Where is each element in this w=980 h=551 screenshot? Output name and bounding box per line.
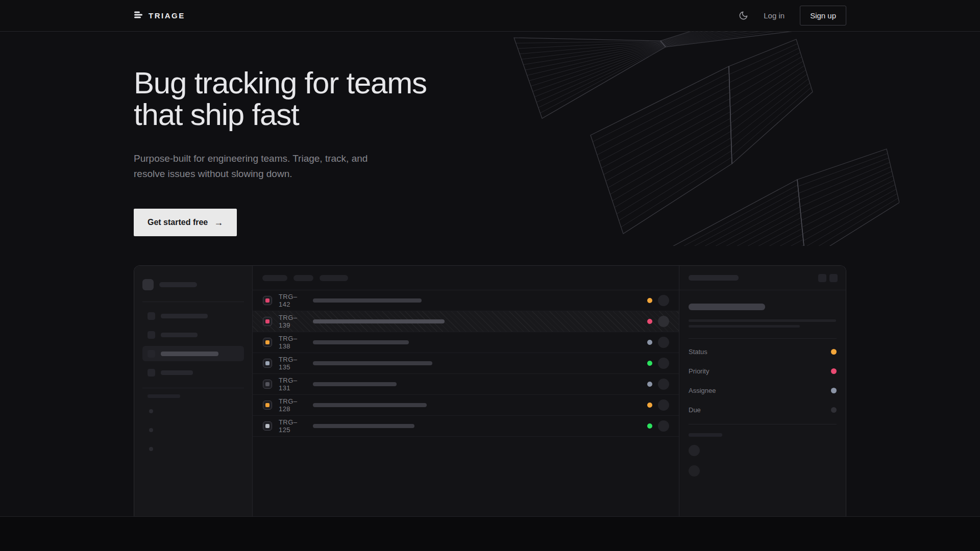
- issue-row: TRG–139: [253, 311, 679, 332]
- brand-logo[interactable]: TRIAGE: [134, 10, 185, 21]
- issue-type-icon: [263, 338, 272, 347]
- sidebar-item-icon: [148, 350, 155, 358]
- skeleton-bar: [161, 352, 218, 356]
- hero-section: Bug tracking for teams that ship fast Pu…: [0, 32, 980, 517]
- issue-row: TRG–131: [253, 374, 679, 395]
- issue-row: TRG–128: [253, 395, 679, 416]
- skeleton-bar: [313, 319, 445, 323]
- skeleton-line: [689, 319, 836, 322]
- skeleton-bar: [148, 394, 180, 398]
- skeleton-bar: [313, 298, 422, 303]
- assignee-avatar: [658, 295, 669, 306]
- detail-field-dot: [831, 407, 837, 413]
- status-dot: [647, 403, 652, 408]
- sidebar-item: [142, 327, 244, 342]
- triage-logo-icon: [134, 10, 143, 21]
- panel-action-square: [829, 274, 838, 282]
- sidebar-item: [142, 308, 244, 323]
- skeleton-bar: [313, 382, 397, 386]
- sidebar-item-icon: [148, 312, 155, 320]
- sidebar-item: [142, 365, 244, 380]
- get-started-button[interactable]: Get started free →: [134, 209, 237, 236]
- assignee-avatar: [658, 358, 669, 369]
- sidebar-item-icon: [148, 331, 155, 339]
- divider: [689, 424, 837, 424]
- detail-field-label: Due: [689, 406, 701, 414]
- issue-id: TRG–142: [279, 293, 306, 308]
- skeleton-bar: [689, 433, 722, 437]
- assignee-avatar: [658, 316, 669, 327]
- status-dot: [647, 319, 652, 324]
- top-nav: TRIAGE Log in Sign up: [0, 0, 980, 32]
- skeleton-bar: [159, 282, 197, 287]
- skeleton-bar: [313, 403, 427, 407]
- detail-field-label: Priority: [689, 367, 709, 375]
- issue-type-icon: [263, 380, 272, 389]
- sidebar-dot: [149, 428, 153, 432]
- issue-type-icon: [263, 421, 272, 431]
- page-title: Bug tracking for teams that ship fast: [134, 67, 846, 131]
- skeleton-bar: [689, 275, 739, 281]
- skeleton-bar: [313, 361, 432, 365]
- sidebar-item-active: [142, 346, 244, 361]
- status-dot: [647, 382, 652, 387]
- panel-action-square: [818, 274, 826, 282]
- status-dot: [647, 298, 652, 303]
- issue-type-icon: [263, 296, 272, 305]
- assignee-avatar: [658, 337, 669, 348]
- issue-row: TRG–138: [253, 332, 679, 353]
- divider: [142, 388, 244, 388]
- issue-id: TRG–128: [279, 397, 306, 413]
- brand-name: TRIAGE: [149, 11, 185, 20]
- detail-field-label: Assignee: [689, 387, 716, 394]
- sidebar-item-icon: [148, 369, 155, 377]
- mockup-sidebar: [134, 266, 253, 517]
- detail-field-dot: [831, 349, 837, 355]
- panel-header: [679, 266, 846, 290]
- skeleton-bar: [161, 333, 198, 337]
- status-dot: [647, 423, 652, 429]
- hero-subtitle: Purpose-built for engineering teams. Tri…: [134, 151, 846, 182]
- issue-type-icon: [263, 317, 272, 326]
- issue-row: TRG–135: [253, 353, 679, 374]
- status-dot: [647, 340, 652, 345]
- skeleton-tab: [293, 275, 313, 281]
- divider: [142, 302, 244, 302]
- issue-type-icon: [263, 400, 272, 410]
- app-mockup: TRG–142 TRG–139 TRG–138 TRG–135 TRG–131: [134, 265, 846, 517]
- arrow-right-icon: →: [214, 218, 223, 227]
- detail-field-dot: [831, 368, 837, 374]
- skeleton-title: [689, 304, 765, 310]
- skeleton-bar: [161, 370, 193, 375]
- signup-button[interactable]: Sign up: [800, 6, 846, 26]
- skeleton-bar: [313, 424, 414, 428]
- issue-type-icon: [263, 359, 272, 368]
- skeleton-tab: [262, 275, 287, 281]
- footer-band: [0, 517, 980, 550]
- issue-id: TRG–125: [279, 418, 306, 434]
- detail-field: Status: [689, 342, 837, 361]
- assignee-avatar: [658, 399, 669, 411]
- mockup-detail-panel: Status Priority Assignee Due: [679, 266, 846, 517]
- list-header: [253, 266, 679, 290]
- assignee-avatar: [658, 379, 669, 390]
- moon-icon: [739, 11, 748, 20]
- sidebar-dot: [149, 409, 153, 413]
- workspace-avatar: [142, 279, 154, 290]
- divider: [689, 338, 837, 339]
- detail-field: Due: [689, 400, 837, 419]
- sidebar-dot: [149, 447, 153, 451]
- detail-field: Assignee: [689, 381, 837, 400]
- issue-id: TRG–135: [279, 356, 306, 371]
- detail-field: Priority: [689, 361, 837, 381]
- skeleton-bar: [161, 314, 208, 318]
- skeleton-line: [689, 325, 800, 328]
- assignee-avatar: [658, 420, 669, 432]
- login-link[interactable]: Log in: [764, 11, 785, 20]
- theme-toggle-button[interactable]: [738, 11, 748, 21]
- issue-row: TRG–142: [253, 290, 679, 311]
- avatar-placeholder: [689, 465, 700, 477]
- issue-id: TRG–131: [279, 377, 306, 392]
- issue-row: TRG–125: [253, 416, 679, 437]
- mockup-issue-list: TRG–142 TRG–139 TRG–138 TRG–135 TRG–131: [253, 266, 679, 517]
